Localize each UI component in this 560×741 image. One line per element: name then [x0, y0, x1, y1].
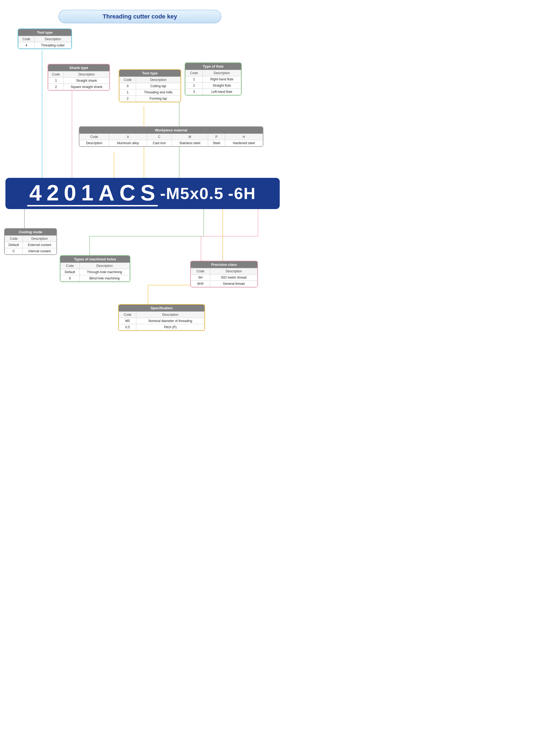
cell-05: 0.5 — [119, 324, 136, 330]
cell-pitch: Pitch (P) — [136, 324, 204, 330]
cell-2: 2 — [120, 95, 136, 102]
col-code: Code — [120, 77, 136, 83]
cell-blind: Blind-hole machining — [79, 275, 130, 282]
cooling-mode-box: Cooling mode Code Description Default Ex… — [4, 228, 57, 255]
specification-box: Specification Code Description M5 Nomina… — [118, 304, 205, 331]
cell-default: Default — [5, 242, 23, 248]
col-h: H — [225, 134, 263, 140]
cell-6hx: 6HX — [191, 281, 210, 287]
cooling-header: Cooling mode — [5, 228, 57, 235]
cell-square: Square straight shank — [64, 84, 110, 90]
code-c: C — [117, 181, 138, 206]
cell-iso: ISO metric thread — [210, 274, 257, 281]
cell-m5: M5 — [119, 318, 136, 324]
shank-type-box: Shank type Code Description 1 Straight s… — [48, 64, 110, 91]
cell-6h: 6H — [191, 274, 210, 281]
col-desc: Description — [64, 71, 110, 78]
cell-default: Default — [61, 269, 79, 275]
col-desc: Description — [210, 268, 257, 274]
code-4: 4 — [27, 181, 45, 206]
cell-nominal: Nominal diameter of threading — [136, 318, 204, 324]
cell-straight-shank: Straight shank — [64, 78, 110, 84]
cell-3: 3 — [185, 89, 203, 95]
title-text: Threading cutter code key — [103, 13, 177, 20]
col-desc: Description — [203, 70, 241, 76]
code-2: 2 — [44, 181, 62, 206]
title-bar: Threading cutter code key — [58, 10, 221, 23]
cell-1: 1 — [185, 76, 203, 82]
col-code: Code — [191, 268, 210, 274]
col-c: C — [147, 134, 172, 140]
cell-2: 2 — [185, 82, 203, 89]
col-code: Code — [119, 312, 136, 318]
cell-steel: Steel — [208, 140, 225, 146]
cell-c: C — [5, 248, 23, 254]
cell-description: Description — [79, 140, 109, 146]
page: Threading cutter code key Tool type Code… — [0, 0, 280, 370]
cell-0: 0 — [120, 83, 136, 89]
cell-cutting-tap: Cutting tap — [136, 83, 181, 89]
tool-type-2-header: Tool type — [119, 70, 181, 77]
workpiece-material-box: Workpiece material Code A C M P H Descri… — [79, 126, 263, 147]
flute-header: Type of flute — [185, 63, 241, 70]
cell-hardened: Hardened steel — [225, 140, 263, 146]
cell-through: Through-hole machining — [79, 269, 130, 275]
col-desc: Description — [136, 77, 181, 83]
cell-forming-tap: Forming tap — [136, 95, 181, 102]
col-p: P — [208, 134, 225, 140]
type-of-flute-box: Type of flute Code Description 1 Right-h… — [185, 62, 242, 95]
cell-cast-iron: Cast iron — [147, 140, 172, 146]
cell-aluminum: Aluminum alloy — [109, 140, 147, 146]
cell-1: 1 — [120, 89, 136, 95]
code-a: A — [96, 181, 117, 206]
cell-lh-flute: Left-hand flute — [203, 89, 241, 95]
code-0: 0 — [62, 181, 79, 206]
code-bar: 4 2 0 1 A C S -M5x0.5 -6H — [5, 178, 280, 209]
col-desc: Description — [23, 236, 57, 242]
precision-header: Precision class — [191, 261, 257, 268]
code-s: S — [138, 181, 158, 206]
shank-type-header: Shank type — [48, 64, 110, 71]
cell-1: 1 — [48, 78, 64, 84]
col-desc: Description — [35, 36, 71, 42]
cell-rh-flute: Right-hand flute — [203, 76, 241, 82]
col-code: Code — [79, 134, 109, 140]
cell-stainless: Stainless steel — [172, 140, 208, 146]
col-code: Code — [48, 71, 64, 78]
precision-class-box: Precision class Code Description 6H ISO … — [190, 261, 258, 287]
workpiece-header: Workpiece material — [79, 127, 263, 134]
col-m: M — [172, 134, 208, 140]
col-a: A — [109, 134, 147, 140]
code-6h: -6H — [226, 185, 258, 203]
col-code: Code — [18, 36, 35, 42]
col-code: Code — [61, 263, 79, 269]
tool-type-1-box: Tool type Code Description 4 Threading c… — [18, 28, 72, 49]
cell-2: 2 — [48, 84, 64, 90]
cell-straight-flute: Straight flute — [203, 82, 241, 89]
code-m5: -M5x0.5 — [158, 185, 226, 203]
holes-header: Types of machined holes — [60, 256, 130, 263]
spec-header: Specification — [119, 305, 204, 312]
code-1: 1 — [79, 181, 97, 206]
cell-external: External coolant — [23, 242, 57, 248]
cell-4: 4 — [18, 42, 35, 49]
cell-s: S — [61, 275, 79, 282]
col-code: Code — [185, 70, 203, 76]
cell-threading-end-mills: Threading end mills — [136, 89, 181, 95]
tool-type-2-box: Tool type Code Description 0 Cutting tap… — [119, 69, 181, 103]
tool-type-1-header: Tool type — [18, 29, 71, 36]
cell-threading-cutter: Threading cutter — [35, 42, 71, 49]
cell-internal: Internal coolant — [23, 248, 57, 254]
col-desc: Description — [136, 312, 204, 318]
cell-general: General thread — [210, 281, 257, 287]
col-code: Code — [5, 236, 23, 242]
col-desc: Description — [79, 263, 130, 269]
machined-holes-box: Types of machined holes Code Description… — [60, 255, 130, 282]
